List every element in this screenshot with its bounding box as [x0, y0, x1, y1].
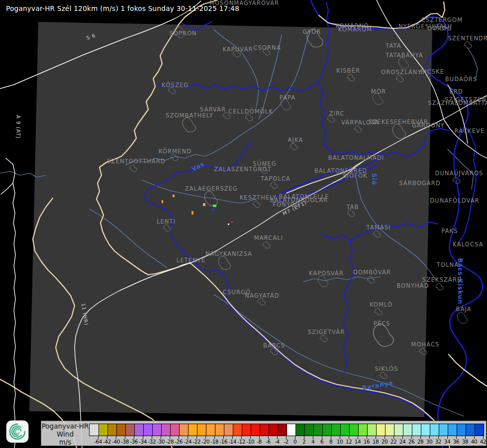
city-label-lenti: LENTI — [157, 218, 176, 225]
city-label-s-rbog-rd: SÁRBOGÁRD — [399, 179, 441, 187]
city-label-m-r: MÓR — [371, 88, 386, 95]
county-label-si-: Sió — [371, 173, 378, 185]
legend-cell — [448, 424, 457, 436]
legend-cell — [269, 424, 278, 436]
map-canvas[interactable]: MOSONMAGYARÓVÁRSOPRONGYŐRKOMÁRNOKOMÁROMK… — [0, 0, 487, 448]
city-label-kapuv-r: KAPUVÁR — [222, 45, 253, 53]
city-label-bonyh-d: BONYHÁD — [396, 282, 429, 289]
city-label-dunaf-ldv-r: DUNAFÖLDVÁR — [430, 196, 480, 204]
legend-cell — [143, 424, 152, 436]
radar-coverage-area — [29, 22, 432, 417]
legend-cell — [116, 424, 125, 436]
echo-dot — [162, 200, 163, 203]
legend-cell — [349, 424, 358, 436]
city-label-r-ckeve: RÁCKEVE — [455, 127, 485, 134]
legend-cell — [206, 424, 215, 436]
legend-cell — [394, 424, 403, 436]
city-label-sopron: SOPRON — [169, 30, 197, 37]
city-label-moh-cs: MOHÁCS — [411, 340, 439, 348]
city-label-paks: PAKS — [441, 227, 458, 234]
legend-cell — [376, 424, 385, 436]
legend-cell — [466, 424, 475, 436]
road-label-a-9-at-: A 9 (AT) — [15, 115, 21, 139]
legend-cell — [188, 424, 197, 436]
city-label-p-cs: PÉCS — [374, 320, 390, 327]
city-label-dorog: DOROG — [427, 25, 452, 32]
city-label-si-fok: SIÓFOK — [343, 172, 368, 179]
city-label-barcs: BARCS — [263, 342, 285, 349]
city-label-baja: BAJA — [456, 306, 471, 313]
city-label-celld-m-lk: CELLDÖMÖLK — [228, 107, 273, 115]
legend-cell — [340, 424, 349, 436]
legend-cell — [90, 424, 98, 436]
city-label-nagykanizsa: NAGYKANIZSA — [205, 250, 252, 257]
legend-cell — [385, 424, 394, 436]
legend-cell — [170, 424, 179, 436]
legend-color-scale[interactable] — [89, 424, 484, 436]
hurricane-spiral-logo[interactable] — [6, 420, 29, 443]
legend-cell — [439, 424, 448, 436]
city-label-kalocsa: KALOCSA — [453, 241, 483, 248]
legend-cell — [125, 424, 134, 436]
city-label-tolna: TOLNA — [436, 261, 459, 268]
city-label-zalaszentgr-t: ZALASZENTGRÓT — [214, 165, 272, 173]
city-label-zirc: ZIRC — [329, 110, 344, 117]
legend-cell — [107, 424, 116, 436]
echo-dot — [173, 195, 175, 197]
legend-cell — [367, 424, 376, 436]
echo-dot — [228, 224, 229, 225]
legend-cell — [134, 424, 143, 436]
legend-cell — [197, 424, 206, 436]
city-label-zalaegerszeg: ZALAEGERSZEG — [185, 185, 238, 192]
legend-cell — [260, 424, 269, 436]
city-label-sz-zhalombatta: SZÁZHALOMBATTA — [428, 99, 487, 107]
legend-tick-label: 42 — [477, 439, 487, 445]
legend-field-name: Wind — [41, 430, 89, 438]
city-label-szigetv-r: SZIGETVÁR — [308, 328, 345, 336]
legend-cell — [331, 424, 340, 436]
echo-dot — [231, 221, 234, 223]
legend-cell — [403, 424, 412, 436]
page-title: Poganyvar-HR Szél 120km (m/s) 1 fokos Su… — [6, 4, 239, 12]
city-label-gy-r: GYŐR — [303, 28, 321, 35]
echo-dot — [192, 211, 194, 215]
city-label-tam-si: TAMÁSI — [366, 224, 390, 231]
city-label-oroszl-ny: OROSZLÁNY — [381, 68, 421, 76]
legend-title: Poganyvar-HR Wind m/s — [41, 422, 89, 446]
legend-cell — [358, 424, 367, 436]
city-label-nagyat-d: NAGYATÁD — [245, 292, 279, 299]
weather-radar-app: MOSONMAGYARÓVÁRSOPRONGYŐRKOMÁRNOKOMÁROMK… — [0, 0, 487, 448]
legend-cell — [430, 424, 439, 436]
echo-dot — [213, 205, 216, 207]
legend-cell — [278, 424, 287, 436]
legend-cell — [242, 424, 251, 436]
echo-dot — [212, 209, 215, 211]
city-label-csorna: CSORNA — [253, 44, 281, 51]
legend-cell — [233, 424, 242, 436]
city-label-p-pa: PÁPA — [280, 94, 296, 101]
city-label-tapolca: TAPOLCA — [260, 175, 291, 182]
city-label-szentgotth-rd: SZENTGOTTHÁRD — [107, 157, 166, 165]
legend-cell — [295, 424, 304, 436]
legend-cell — [215, 424, 224, 436]
city-label-kom-rom: KOMÁROM — [338, 25, 372, 33]
legend-unit: m/s — [41, 438, 89, 446]
legend-cell — [457, 424, 466, 436]
legend-cell — [152, 424, 161, 436]
city-label-szentendre: SZENTENDRE — [448, 35, 487, 42]
city-label-domb-v-r: DOMBÓVÁR — [353, 268, 391, 276]
city-label-szombathely: SZOMBATHELY — [166, 112, 213, 119]
echo-dot — [203, 203, 205, 206]
city-label-sikl-s: SIKLÓS — [375, 365, 398, 372]
legend-product-name: Poganyvar-HR — [41, 422, 89, 430]
legend-cell — [304, 424, 313, 436]
city-label-k-rmend: KÖRMEND — [159, 147, 192, 155]
legend-cell — [421, 424, 430, 436]
city-label-g-rdony: GÁRDONY — [412, 121, 445, 129]
city-label-ajka: AJKA — [288, 136, 303, 143]
legend-cell — [287, 424, 295, 436]
city-label-koml-: KOMLÓ — [370, 301, 392, 308]
legend-cell — [412, 424, 421, 436]
city-label-marcali: MARCALI — [254, 234, 284, 241]
city-label-bicske: BICSKE — [420, 68, 444, 75]
